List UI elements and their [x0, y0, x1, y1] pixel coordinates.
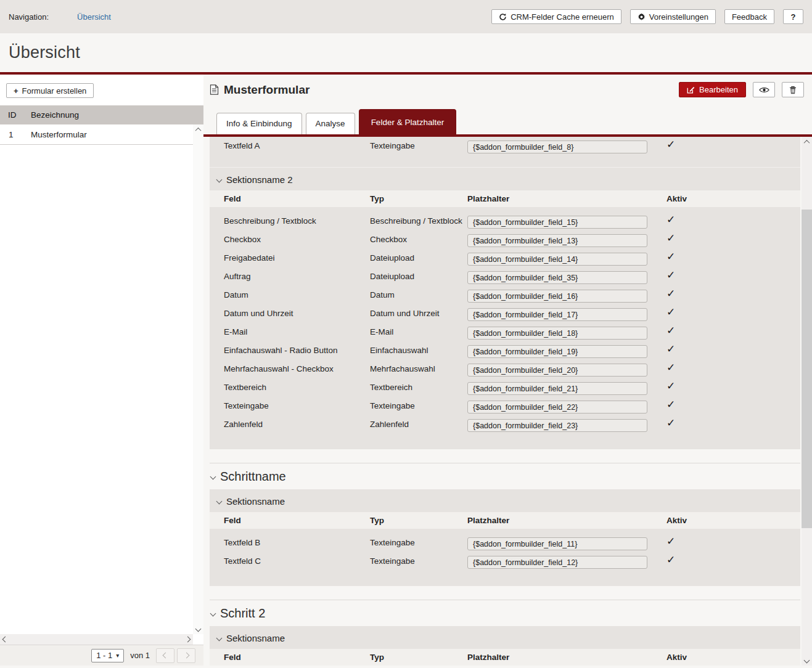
placeholder-input[interactable] — [467, 419, 647, 432]
edit-button[interactable]: Bearbeiten — [679, 82, 746, 97]
field-row: Auftrag Dateiupload ✓ — [210, 268, 800, 287]
placeholder-input[interactable] — [467, 308, 647, 321]
field-row: Datum und Uhrzeit Datum und Uhrzeit ✓ — [210, 305, 800, 324]
forms-list: 1 Musterformular — [0, 124, 193, 634]
form-detail-panel: Musterformular Bearbeiten Info & Einbind… — [203, 75, 812, 666]
forms-table-header: ID Bezeichnung — [0, 105, 203, 124]
scroll-up-icon[interactable] — [802, 137, 812, 147]
placeholder-input[interactable] — [467, 253, 647, 266]
placeholder-input[interactable] — [467, 364, 647, 377]
placeholder-input[interactable] — [467, 537, 647, 550]
field-name-cell: Freigabedatei — [224, 250, 370, 266]
scrollbar-thumb[interactable] — [802, 210, 812, 528]
field-type-cell: Zahlenfeld — [370, 416, 467, 433]
create-form-button[interactable]: + Formular erstellen — [6, 83, 94, 98]
next-page-button[interactable] — [177, 648, 195, 663]
page-range-select[interactable]: 1 - 1 ▾ — [91, 649, 124, 662]
step-header-schritt-2[interactable]: Schritt 2 — [210, 600, 800, 626]
column-header-typ: Typ — [370, 651, 467, 663]
field-name-cell: Textfeld B — [224, 534, 370, 551]
field-name-cell: Datum und Uhrzeit — [224, 305, 370, 322]
trash-icon — [789, 86, 797, 94]
scroll-left-icon[interactable] — [0, 634, 10, 645]
active-check-icon: ✓ — [662, 416, 800, 431]
placeholder-input[interactable] — [467, 556, 647, 569]
column-header-feld: Feld — [224, 193, 370, 205]
field-type-cell: Einfachauswahl — [370, 342, 467, 359]
field-name-cell: Textfeld C — [224, 553, 370, 569]
field-row: Einfachauswahl - Radio Button Einfachaus… — [210, 342, 800, 360]
form-list-row[interactable]: 1 Musterformular — [0, 124, 193, 145]
step-header-schrittname[interactable]: Schrittname — [210, 463, 800, 489]
tab-analyse[interactable]: Analyse — [306, 113, 355, 134]
tab-info-einbindung[interactable]: Info & Einbindung — [216, 113, 302, 134]
active-check-icon: ✓ — [662, 534, 800, 550]
scroll-up-icon[interactable] — [193, 124, 203, 135]
active-check-icon: ✓ — [662, 379, 800, 394]
active-check-icon: ✓ — [662, 137, 800, 153]
field-row: E-Mail E-Mail ✓ — [210, 324, 800, 342]
active-check-icon: ✓ — [662, 268, 800, 283]
caret-down-icon: ▾ — [116, 652, 119, 659]
tab-felder-platzhalter[interactable]: Felder & Platzhalter — [359, 109, 457, 134]
column-header-feld: Feld — [224, 515, 370, 526]
field-row: Textbereich Textbereich ✓ — [210, 379, 800, 397]
sidebar-vertical-scrollbar[interactable] — [193, 124, 203, 634]
pagination-of-label: von 1 — [130, 651, 150, 660]
field-row: Textfeld A Texteingabe ✓ — [210, 137, 800, 156]
placeholder-input[interactable] — [467, 345, 647, 358]
field-type-cell: Mehrfachauswahl — [370, 360, 467, 377]
field-row: Zahlenfeld Zahlenfeld ✓ — [210, 416, 800, 434]
help-button[interactable]: ? — [783, 9, 803, 24]
section-header-sektionsname[interactable]: Sektionsname — [210, 626, 800, 649]
placeholder-input[interactable] — [467, 290, 647, 303]
field-name-cell: Mehrfachauswahl - Checkbox — [224, 360, 370, 377]
placeholder-input[interactable] — [467, 234, 647, 247]
step-block-schritt-2: Sektionsname Feld Typ Platzhalter Aktiv — [210, 626, 800, 666]
breadcrumb-uebersicht-link[interactable]: Übersicht — [77, 12, 111, 22]
field-name-cell: Checkbox — [224, 231, 370, 248]
field-row: Mehrfachauswahl - Checkbox Mehrfachauswa… — [210, 360, 800, 379]
field-row: Textfeld B Texteingabe ✓ — [210, 534, 800, 553]
placeholder-input[interactable] — [467, 382, 647, 395]
navigation-label: Navigation: — [9, 12, 49, 22]
settings-button[interactable]: Voreinstellungen — [630, 9, 716, 24]
question-mark-icon: ? — [791, 12, 796, 22]
section-header-sektionsname-2[interactable]: Sektionsname 2 — [210, 168, 800, 190]
placeholder-input[interactable] — [467, 327, 647, 340]
feedback-button[interactable]: Feedback — [724, 9, 774, 24]
scroll-down-icon[interactable] — [193, 624, 203, 634]
field-row: Datum Datum ✓ — [210, 287, 800, 305]
active-check-icon: ✓ — [662, 324, 800, 339]
chevron-down-icon — [210, 611, 216, 617]
sidebar-horizontal-scrollbar[interactable] — [0, 634, 193, 645]
active-check-icon: ✓ — [662, 553, 800, 568]
field-type-cell: Texteingabe — [370, 534, 467, 551]
scroll-down-icon[interactable] — [802, 655, 812, 666]
column-header-aktiv: Aktiv — [662, 651, 800, 663]
column-header-platzhalter: Platzhalter — [467, 515, 662, 526]
field-name-cell: Textbereich — [224, 379, 370, 396]
placeholder-input[interactable] — [467, 271, 647, 284]
placeholder-input[interactable] — [467, 141, 647, 153]
field-type-cell: Texteingabe — [370, 137, 467, 154]
previous-page-button[interactable] — [156, 648, 174, 663]
field-type-cell: Dateiupload — [370, 250, 467, 266]
document-icon — [210, 84, 219, 95]
field-type-cell: Checkbox — [370, 231, 467, 248]
scroll-right-icon[interactable] — [182, 634, 193, 645]
field-name-cell: Textfeld A — [224, 137, 370, 154]
field-type-cell: Datum — [370, 287, 467, 303]
placeholder-input[interactable] — [467, 216, 647, 229]
field-row: Texteingabe Texteingabe ✓ — [210, 397, 800, 416]
gear-icon — [638, 13, 646, 21]
field-type-cell: Beschreibung / Textblock — [370, 213, 467, 229]
refresh-crm-cache-button[interactable]: CRM-Felder Cache erneuern — [491, 9, 621, 24]
placeholder-input[interactable] — [467, 401, 647, 413]
field-name-cell: Auftrag — [224, 268, 370, 285]
preview-button[interactable] — [753, 82, 775, 97]
column-header-bezeichnung: Bezeichnung — [31, 110, 79, 120]
content-vertical-scrollbar[interactable] — [802, 137, 812, 666]
section-header-sektionsname[interactable]: Sektionsname — [210, 489, 800, 512]
delete-button[interactable] — [782, 82, 804, 97]
